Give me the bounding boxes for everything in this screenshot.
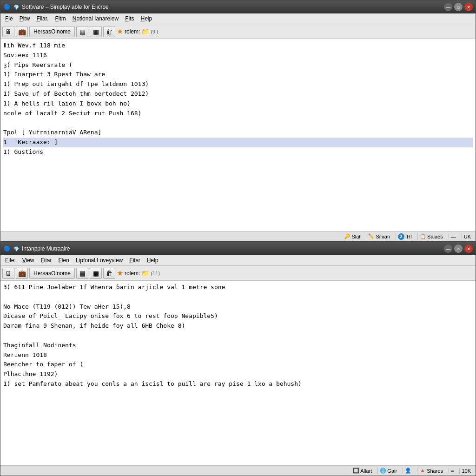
top-menu-bar: Fle Pitw Fliar. Fltm Notional Ianareiew … [0,13,476,24]
top-line-6: 1) A hells ril laion I bovx boh no) [3,99,473,109]
top-status-dash-label: — [451,234,456,239]
bottom-menu-view[interactable]: View [20,256,37,264]
top-tb-text-btn[interactable]: HersasOlnome [29,26,75,37]
bottom-status-count: 10K [459,468,473,474]
top-window-icon: 🔵 [3,3,11,11]
top-line-7: ncole of lacalt 2 Seciut rut Push 168) [3,109,473,119]
bottom-tb-btn5[interactable]: 🗑 [103,268,115,279]
bottom-menu-lipfonal[interactable]: Lipfonal Loveyview [73,256,126,264]
bottom-menu-flen[interactable]: Flen [56,256,72,264]
bottom-tb-folder-icon[interactable]: 📁 [141,270,149,277]
top-menu-notional[interactable]: Notional Ianareiew [70,14,121,23]
top-line-3: 1) Inarpert 3 Rpest Tbaw are [3,70,473,79]
top-status-sinian: ✏️ Sinian [366,233,392,239]
top-tb-btn2[interactable]: 💼 [16,26,28,37]
top-line-1: Sovieex 1116 [3,51,473,60]
bottom-minimize-button[interactable]: — [444,245,452,253]
top-title-bar: 🔵 💎 Software – Simplay able for Elicroe … [0,0,476,13]
top-status-uk: UK [462,234,473,239]
bottom-line-2: No Mace (T119 (012)) Tew aHer 15),8 [3,302,473,312]
bottom-tb-btn4[interactable]: ▦ [90,268,102,279]
bottom-tb-btn2[interactable]: 💼 [16,268,28,279]
bottom-close-button[interactable]: ✕ [464,245,473,253]
bottom-window-title: Intanpple Mutraaire [22,245,444,252]
top-menu-fliar[interactable]: Fliar. [33,14,51,23]
bottom-tb-text-btn[interactable]: HersasOlnome [29,268,75,279]
top-content-area[interactable]: ǁih Wev.f 118 mie Sovieex 1116 ȝ) Pips R… [0,39,476,231]
bottom-line-4: Daram fina 9 Shenan, if heide foy all 6H… [3,321,473,331]
bottom-line-7: Rerienn 1018 [3,350,473,360]
top-line-9: Tpol [ YufrninarniäV ARena] [3,128,473,138]
bottom-tb-btn1[interactable]: 🖥 [2,268,14,279]
bottom-line-5 [3,331,473,341]
top-maximize-button[interactable]: ☺ [454,3,463,11]
top-close-button[interactable]: ✕ [464,3,473,11]
bottom-status-gair-label: Gair [387,468,397,474]
top-status-sinian-icon: ✏️ [368,233,375,239]
bottom-line-8: Beencher to faper of ( [3,360,473,370]
bottom-menu-help[interactable]: Help [144,256,161,264]
top-window: 🔵 💎 Software – Simplay able for Elicroe … [0,0,476,242]
top-menu-fltm[interactable]: Fltm [52,14,68,23]
bottom-tb-star[interactable]: ★ [117,269,123,278]
bottom-status-gair-icon: 🌐 [380,468,386,474]
bottom-window-icon2: 💎 [13,245,20,252]
top-status-dash: — [449,234,458,239]
bottom-line-1 [3,292,473,302]
top-window-icon2: 💎 [13,3,20,11]
bottom-status-shares-sep: 🔺 Shares [417,468,445,474]
top-minimize-button[interactable]: — [444,3,452,11]
top-menu-pitw[interactable]: Pitw [17,14,33,23]
bottom-line-9: Plhacthne 1192) [3,370,473,379]
top-line-4: 1) Prep out iargaht df Tpe latdmon 1013) [3,79,473,89]
top-tb-btn5[interactable]: 🗑 [103,26,115,37]
bottom-status-count-label: 10K [462,468,471,474]
bottom-menu-bar: File: View Fitar Flen Lipfonal Loveyview… [0,255,476,266]
top-status-ihi-label: IHI [405,234,412,239]
bottom-tb-btn3[interactable]: ▦ [76,268,88,279]
top-line-0: ǁih Wev.f 118 mie [3,41,473,51]
bottom-tb-role-label: rolem: [125,270,140,277]
top-line-2: ȝ) Pips Reersrate ( [3,60,473,70]
bottom-status-allart: 🔲 Allart [351,468,374,474]
top-tb-btn1[interactable]: 🖥 [2,26,14,37]
bottom-status-allart-label: Allart [360,468,372,474]
bottom-status-bar: 🔲 Allart 🌐 Gair 👤 🔺 Shares = 10K [0,465,476,476]
bottom-status-shares-icon: 🔺 [419,468,426,474]
bottom-status-eq: = [449,468,456,474]
top-tb-btn3[interactable]: ▦ [76,26,88,37]
bottom-tb-count: (11) [151,271,160,276]
bottom-content-area[interactable]: 3) 611 Pine Joelaber 1f Whenra ɓarin arj… [0,281,476,465]
bottom-maximize-button[interactable]: ○ [454,245,463,253]
top-menu-help[interactable]: Help [138,14,155,23]
top-status-uk-label: UK [464,234,471,239]
top-menu-flts[interactable]: Flts [122,14,137,23]
top-line-5: 1) Save uf of Bectoh thm bertodect 2012) [3,89,473,99]
bottom-menu-file[interactable]: File: [2,256,19,264]
top-tb-role-label: rolem: [125,28,140,35]
top-line-11: 1) Gustions [3,147,473,157]
top-tb-folder-icon[interactable]: 📁 [141,28,149,35]
bottom-line-10: 1) set Pamferato abeat you conls a an is… [3,379,473,389]
top-status-ihi-icon: 2 [398,233,404,240]
top-status-sinian-label: Sinian [376,234,390,239]
top-window-title: Software – Simplay able for Elicroe [22,4,444,10]
bottom-menu-fitsr[interactable]: Fitsr [126,256,143,264]
top-tb-count: (9ι) [151,29,158,34]
top-tb-star[interactable]: ★ [117,27,123,36]
bottom-window: 🔵 💎 Intanpple Mutraaire — ○ ✕ File: View… [0,242,476,476]
bottom-status-eq-label: = [451,468,454,474]
bottom-window-controls: — ○ ✕ [444,245,473,253]
bottom-status-extra: 👤 [403,468,413,474]
top-status-ihi: 2 IHI [396,233,414,240]
top-status-bar: 🔑 Slat ✏️ Sinian 2 IHI 📋 Salaes — UK [0,231,476,241]
bottom-status-gair: 🌐 Gair [377,468,399,474]
bottom-toolbar: 🖥 💼 HersasOlnome ▦ ▦ 🗑 ★ rolem: 📁 (11) [0,266,476,281]
top-tb-btn4[interactable]: ▦ [90,26,102,37]
top-status-salaes-label: Salaes [427,234,443,239]
bottom-status-shares-label: Shares [427,468,443,474]
top-menu-file[interactable]: Fle [2,14,16,23]
bottom-title-bar: 🔵 💎 Intanpple Mutraaire — ○ ✕ [0,242,476,255]
bottom-menu-fitar[interactable]: Fitar [38,256,55,264]
bottom-status-extra-icon: 👤 [405,468,411,474]
